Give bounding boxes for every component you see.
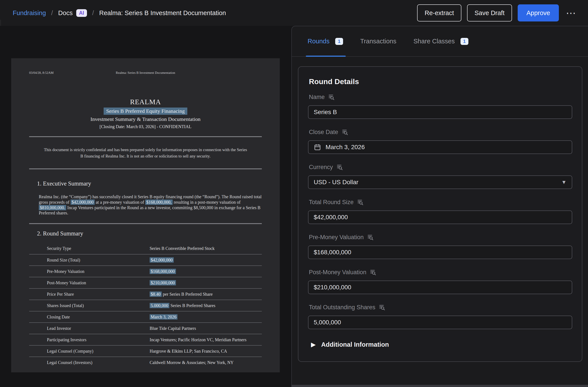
header-actions: Re-extract Save Draft Approve ⋯ [417, 4, 578, 21]
table-row: Closing Date March 3, 2026 [29, 311, 262, 322]
extracted-value-highlight[interactable]: $42,000,000 [150, 257, 174, 263]
table-row: Post-Money Valuation $210,000,000 [29, 277, 262, 288]
extracted-value-highlight[interactable]: $210,000,000 [150, 280, 176, 285]
field-label: Currency [309, 164, 333, 171]
row-label: Lead Investor [47, 326, 150, 331]
re-extract-button[interactable]: Re-extract [417, 4, 461, 21]
post-money-valuation-input[interactable] [308, 281, 572, 294]
round-details-card: Round Details Name Close Date March 3, 2… [298, 66, 582, 362]
extracted-value-highlight[interactable]: $810,000,000. [39, 205, 66, 210]
main-content: 03/04/28, 8:52AM Realma: Series B Invest… [0, 26, 588, 387]
extracted-value-highlight[interactable]: $8.40 [150, 291, 162, 297]
find-source-icon[interactable] [379, 304, 385, 311]
row-label: Security Type [47, 246, 150, 251]
row-value: Incap Ventures; Pacific Horizon VC, Meri… [150, 337, 262, 342]
document-print-header: 03/04/28, 8:52AM Realma: Series B Invest… [29, 71, 262, 75]
ai-badge: AI [76, 9, 87, 17]
document-closing-line: [Closing Date: March 03, 2026] - CONFIDE… [29, 124, 262, 129]
pre-money-valuation-input[interactable] [308, 245, 572, 259]
document-page: 03/04/28, 8:52AM Realma: Series B Invest… [11, 58, 280, 372]
tab-label: Rounds [308, 38, 330, 45]
document-title-block: REALMA Series B Preferred Equity Finanac… [29, 98, 262, 129]
chevron-down-icon: ▼ [561, 179, 567, 185]
extraction-panel: Rounds 1 Transactions Share Classes 1 Ro… [291, 26, 588, 387]
additional-information-toggle[interactable]: ▶ Additional Information [311, 341, 572, 348]
find-source-icon[interactable] [357, 199, 364, 206]
panel-tabs: Rounds 1 Transactions Share Classes 1 [292, 26, 588, 57]
close-date-value: March 3, 2026 [326, 144, 365, 151]
confidential-note: This document is strictly confidential a… [43, 147, 247, 159]
table-row: Shares Issued (Total) 5.000,000 Series B… [29, 300, 262, 311]
document-preview-area: 03/04/28, 8:52AM Realma: Series B Invest… [0, 26, 291, 387]
currency-value: USD - US Dollar [314, 179, 358, 186]
field-label: Total Outstanding Shares [309, 304, 375, 311]
calendar-icon [314, 143, 321, 151]
extracted-value-highlight[interactable]: March 3, 2026 [150, 314, 177, 320]
table-row: Price Per Share $8.40 per Series B Prefe… [29, 288, 262, 300]
find-source-icon[interactable] [336, 164, 343, 171]
tab-count-badge: 1 [335, 38, 343, 45]
row-label: Round Size (Total) [47, 258, 150, 263]
tab-rounds[interactable]: Rounds 1 [308, 26, 343, 56]
row-value: Hargrove & Elkins LLP; San Francisco, CA [150, 349, 262, 354]
field-label: Close Date [309, 129, 338, 136]
tab-transactions[interactable]: Transactions [360, 26, 396, 56]
disclosure-triangle-icon: ▶ [311, 341, 315, 348]
breadcrumb-separator: / [92, 9, 94, 17]
card-title: Round Details [309, 77, 572, 86]
row-label: Legal Counsel (Company) [47, 349, 150, 354]
find-source-icon[interactable] [328, 94, 335, 101]
extracted-value-highlight[interactable]: $42,000,000 [71, 200, 95, 205]
row-value: Caldwell Morrow & Associates; New York, … [150, 360, 262, 365]
divider [29, 223, 262, 224]
field-label: Post-Money Valuation [309, 269, 366, 276]
row-label: Price Per Share [47, 292, 150, 297]
extracted-value-highlight[interactable]: $168,000,000, [145, 200, 173, 205]
field-name: Name [308, 94, 572, 119]
breadcrumb-docs-label: Docs [58, 9, 73, 17]
paragraph-text: at a pre-money valuation of [95, 200, 145, 204]
field-close-date: Close Date March 3, 2026 [308, 129, 572, 154]
executive-summary-paragraph: Realma Inc. (the “Company”) has successf… [39, 194, 262, 216]
row-label: Participating Investors [47, 337, 150, 342]
document-print-time: 03/04/28, 8:52AM [29, 71, 116, 75]
field-label: Total Round Size [309, 199, 354, 206]
find-source-icon[interactable] [367, 234, 374, 241]
find-source-icon[interactable] [342, 129, 348, 136]
document-subtitle: Investment Summary & Transaction Documen… [29, 116, 262, 122]
panel-bottom-edge [292, 385, 588, 387]
breadcrumb-separator: / [51, 9, 53, 17]
field-pre-money-valuation: Pre-Money Valuation [308, 234, 572, 259]
breadcrumb: Fundraising / Docs AI / Realma: Series B… [13, 9, 226, 17]
approve-button[interactable]: Approve [518, 4, 559, 21]
row-label: Shares Issued (Total) [47, 303, 150, 308]
field-total-outstanding-shares: Total Outstanding Shares [308, 304, 572, 329]
row-label: Closing Date [47, 314, 150, 320]
document-subtitle-highlight[interactable]: Series B Preferred Equity Finanacing [104, 107, 188, 115]
tab-label: Share Classes [413, 38, 455, 45]
save-draft-button[interactable]: Save Draft [467, 4, 512, 21]
field-label: Pre-Money Valuation [309, 234, 364, 241]
extracted-value-highlight[interactable]: 5.000,000 [150, 303, 169, 308]
table-row: Security Type Series B Convertible Prefe… [29, 243, 262, 254]
row-label: Post-Money Valuation [47, 280, 150, 285]
find-source-icon[interactable] [370, 269, 376, 276]
extracted-value-highlight[interactable]: $168,000,000 [150, 269, 176, 274]
round-summary-table: Security Type Series B Convertible Prefe… [29, 243, 262, 368]
name-input[interactable] [308, 105, 572, 119]
breadcrumb-docs-link[interactable]: Docs AI [58, 9, 87, 17]
tab-share-classes[interactable]: Share Classes 1 [413, 26, 468, 56]
close-date-field[interactable]: March 3, 2026 [308, 140, 572, 154]
row-label: Pre-Money Valuation [47, 269, 150, 274]
tab-count-badge: 1 [461, 38, 468, 45]
currency-select[interactable]: USD - US Dollar ▼ [308, 175, 572, 189]
total-outstanding-shares-input[interactable] [308, 316, 572, 329]
paragraph-text: resulting in a post-money valuation of [173, 200, 241, 204]
more-options-button[interactable]: ⋯ [565, 8, 578, 18]
section-2-heading: 2. Round Summary [37, 230, 262, 237]
breadcrumb-fundraising-link[interactable]: Fundraising [13, 9, 46, 17]
header-bar: Fundraising / Docs AI / Realma: Series B… [0, 0, 588, 26]
total-round-size-input[interactable] [308, 210, 572, 224]
row-value: per Series B Preferred Share [162, 292, 213, 297]
table-row: Participating Investors Incap Ventures; … [29, 334, 262, 345]
